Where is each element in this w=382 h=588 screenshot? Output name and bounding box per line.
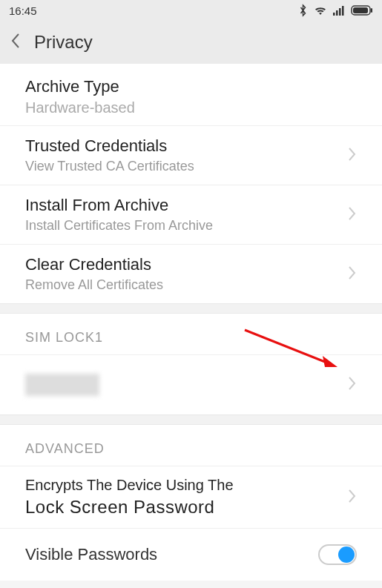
item-subtitle: Hardware-based [25,99,357,116]
advanced-section-header: ADVANCED [0,425,382,466]
chevron-right-icon [348,489,357,506]
item-title: Clear Credentials [25,255,348,274]
page-title: Privacy [34,32,93,53]
sim-lock-item[interactable] [0,355,382,414]
item-subtitle: Remove All Certificates [25,277,348,293]
svg-rect-0 [333,13,335,16]
item-title-2: Lock Screen Password [25,497,348,518]
sim-lock-section-header: SIM LOCK1 [0,314,382,355]
install-from-archive-item[interactable]: Install From Archive Install Certificate… [0,185,382,245]
item-title: Archive Type [25,77,357,96]
status-bar: 16:45 [0,0,382,21]
svg-rect-5 [353,7,368,13]
visible-passwords-item[interactable]: Visible Passwords [0,529,382,581]
item-subtitle: View Trusted CA Certificates [25,159,348,174]
item-title: Trusted Credentials [25,136,348,156]
svg-rect-2 [339,8,341,16]
wifi-icon [314,5,327,16]
toggle-knob [338,546,355,563]
chevron-right-icon [348,206,357,224]
back-icon[interactable] [10,33,21,52]
archive-type-item[interactable]: Archive Type Hardware-based [0,64,382,125]
bluetooth-icon [298,4,308,17]
status-icons [298,4,373,17]
status-time: 16:45 [9,4,37,17]
item-subtitle: Install Certificates From Archive [25,218,348,234]
redacted-content [25,374,99,396]
item-title: Encrypts The Device Using The [25,477,348,494]
svg-rect-1 [336,10,338,16]
item-title: Install From Archive [25,196,348,215]
header: Privacy [0,21,382,64]
signal-icon [333,5,345,16]
settings-list: Archive Type Hardware-based Trusted Cred… [0,64,382,581]
chevron-right-icon [348,147,357,165]
svg-rect-3 [342,6,344,16]
svg-rect-6 [371,8,372,13]
encrypt-device-item[interactable]: Encrypts The Device Using The Lock Scree… [0,466,382,529]
item-title: Visible Passwords [25,545,318,564]
trusted-credentials-item[interactable]: Trusted Credentials View Trusted CA Cert… [0,126,382,185]
battery-icon [351,5,373,16]
chevron-right-icon [348,265,357,283]
clear-credentials-item[interactable]: Clear Credentials Remove All Certificate… [0,245,382,303]
visible-passwords-toggle[interactable] [318,544,357,565]
chevron-right-icon [348,376,357,394]
